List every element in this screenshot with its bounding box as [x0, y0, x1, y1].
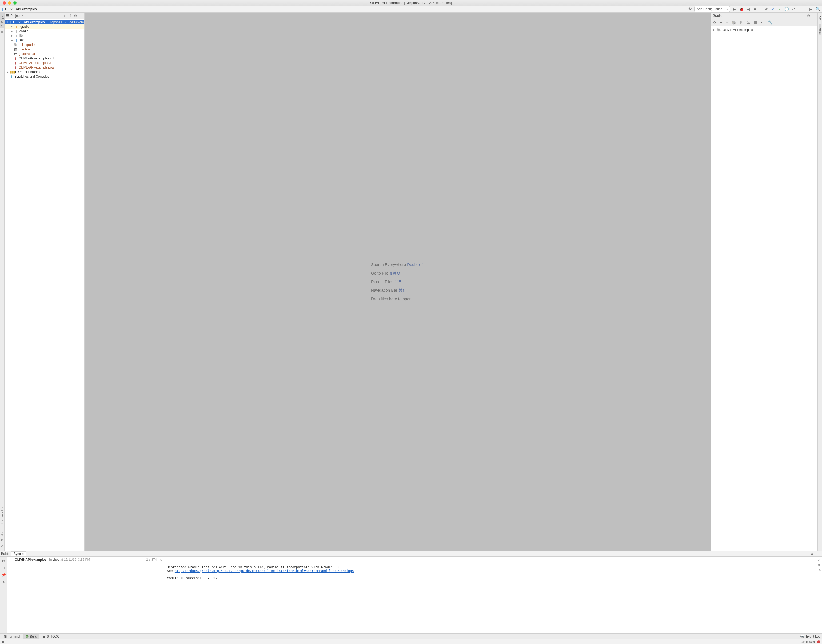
gear-icon[interactable]: ⚙ — [811, 552, 813, 556]
tool-window-event-log[interactable]: Event Log — [806, 635, 820, 638]
project-tree[interactable]: ▼ ▮ OLIVE-API-examples ~/repos/OLIVE-API… — [5, 19, 84, 550]
libraries-icon: ▮▮▮ — [10, 70, 14, 74]
scroll-to-end-icon[interactable]: ▤ — [818, 563, 821, 567]
tree-node-file[interactable]: ▤ gradlew — [5, 47, 84, 52]
build-console[interactable]: ↲ ▤ 🖶 Deprecated Gradle features were us… — [165, 557, 822, 633]
status-bar: ▣ Git: master ! — [0, 639, 822, 644]
build-label: Build: — [1, 552, 9, 556]
build-duration: 2 s 874 ms — [146, 558, 162, 561]
navigation-bar: ▮ OLIVE-API-examples ⚒ Add Configuration… — [0, 6, 822, 12]
build-task-list[interactable]: ✓ OLIVE-API-examples: finished at 12/11/… — [8, 557, 165, 633]
todo-icon: ☰ — [43, 635, 46, 638]
git-commit-icon[interactable]: ✓ — [777, 6, 782, 12]
build-tab-sync[interactable]: Sync× — [11, 551, 26, 556]
tree-node-folder[interactable]: ▶ ▮ lib — [5, 33, 84, 38]
right-tool-strip: Ant Gradle — [817, 12, 822, 550]
print-icon[interactable]: 🖶 — [818, 569, 821, 572]
gradle-panel-title: Gradle — [713, 14, 722, 18]
tool-window-ant[interactable]: Ant — [819, 14, 822, 21]
tree-node-file[interactable]: ▤ gradlew.bat — [5, 52, 84, 56]
tool-window-structure[interactable]: ⌬7: Structure — [0, 528, 4, 550]
gradle-file-icon: 🐘 — [14, 43, 17, 46]
task-list-icon[interactable]: ▤ — [754, 20, 758, 25]
project-view-icon: ☰ — [6, 14, 9, 18]
git-update-icon[interactable]: ↙ — [770, 6, 775, 12]
soft-wrap-icon[interactable]: ↲ — [818, 558, 821, 561]
breadcrumb[interactable]: ▮ OLIVE-API-examples — [2, 7, 37, 11]
pin-icon[interactable]: 📌 — [2, 573, 6, 577]
tool-window-project[interactable]: 1: Project — [0, 12, 4, 28]
rerun-icon[interactable]: ⟳ — [2, 559, 5, 563]
run-button[interactable]: ▶ — [732, 6, 737, 12]
eye-icon[interactable]: 👁 — [2, 580, 6, 584]
chevron-down-icon[interactable]: ▾ — [21, 14, 23, 17]
locate-icon[interactable]: ⊕ — [64, 14, 67, 18]
module-folder-icon: ▮ — [10, 20, 12, 24]
tree-node-file[interactable]: 🐘 build.gradle — [5, 42, 84, 47]
search-everywhere-icon[interactable]: 🔍 — [815, 6, 820, 12]
editor-empty-area[interactable]: Search Everywhere Double ⇧ Go to File ⇧⌘… — [84, 12, 711, 550]
coverage-button[interactable]: ▣ — [745, 6, 751, 12]
idea-file-icon: ▮ — [14, 57, 17, 60]
stop-button[interactable]: ■ — [752, 6, 758, 12]
tree-node-folder[interactable]: ▶ ▮ src — [5, 38, 84, 42]
offline-mode-icon[interactable]: ⇔ — [761, 20, 764, 25]
tree-node-file[interactable]: ▮ OLIVE-API-examples.iws — [5, 65, 84, 70]
folder-icon: ▮ — [14, 34, 18, 38]
event-log-icon: 💬 — [801, 635, 804, 638]
tree-node-folder[interactable]: ▶ ▮ .gradle — [5, 24, 84, 29]
tool-window-build[interactable]: ⚒ Build — [23, 633, 40, 639]
gradle-elephant-icon: 🐘 — [717, 28, 721, 32]
git-revert-icon[interactable]: ↶ — [791, 6, 796, 12]
gradle-toolbar: ⟳ + − 🐘 ⇱ ⇲ ▤ ⇔ 🔧 — [711, 19, 817, 26]
idea-file-icon: ▮ — [14, 66, 17, 69]
tree-node-scratches[interactable]: ▮ Scratches and Consoles — [5, 74, 84, 79]
build-side-gutter: ⟳ ⇵ 📌 👁 — [0, 557, 8, 633]
bottom-tool-bar: ▣ Terminal ⚒ Build ☰ 6: TODO 💬 Event Log — [0, 633, 822, 639]
tool-window-favorites[interactable]: ★2: Favorites — [0, 505, 4, 527]
wrench-icon[interactable]: 🔧 — [768, 20, 773, 25]
window-title: OLIVE-API-examples [~/repos/OLIVE-API-ex… — [0, 1, 822, 5]
gear-icon[interactable]: ⚙ — [74, 14, 77, 18]
file-icon: ▤ — [14, 48, 17, 51]
terminal-icon: ▣ — [4, 635, 7, 638]
run-configuration-dropdown[interactable]: Add Configuration... — [694, 6, 730, 12]
tool-window-terminal[interactable]: ▣ Terminal — [2, 633, 22, 639]
collapse-all-icon[interactable]: ⇵ — [69, 14, 72, 18]
tree-node-external-libs[interactable]: ▶ ▮▮▮ External Libraries — [5, 70, 84, 74]
hide-panel-icon[interactable]: — — [816, 552, 819, 556]
tree-node-file[interactable]: ▮ OLIVE-API-examples.iml — [5, 56, 84, 61]
file-icon: ▤ — [14, 52, 17, 56]
project-structure-icon[interactable]: ▤ — [801, 6, 807, 12]
tree-node-root[interactable]: ▼ ▮ OLIVE-API-examples ~/repos/OLIVE-API… — [5, 20, 84, 24]
error-indicator-icon[interactable]: ! — [817, 640, 820, 644]
add-icon[interactable]: + — [720, 20, 722, 25]
git-branch-indicator[interactable]: Git: master — [801, 640, 815, 644]
close-tab-icon[interactable]: × — [21, 552, 24, 555]
tree-node-file[interactable]: ▮ OLIVE-API-examples.ipr — [5, 61, 84, 65]
tool-window-commander[interactable]: ▤ — [0, 29, 4, 36]
expand-all-icon[interactable]: ⇱ — [740, 20, 743, 25]
gear-icon[interactable]: ⚙ — [807, 14, 810, 18]
build-icon[interactable]: ⚒ — [687, 6, 693, 12]
tree-node-folder[interactable]: ▶ ▮ gradle — [5, 29, 84, 33]
tool-window-todo[interactable]: ☰ 6: TODO — [41, 633, 62, 639]
project-view-title[interactable]: Project — [11, 14, 20, 18]
gradle-elephant-icon[interactable]: 🐘 — [732, 20, 736, 25]
hide-panel-icon[interactable]: — — [79, 14, 83, 18]
gradle-root-node[interactable]: ▶ 🐘 OLIVE-API-examples — [713, 28, 816, 32]
gradle-tree[interactable]: ▶ 🐘 OLIVE-API-examples — [711, 26, 817, 550]
hide-panel-icon[interactable]: — — [813, 14, 816, 18]
collapse-all-icon[interactable]: ⇲ — [747, 20, 750, 25]
ide-settings-icon[interactable]: ▣ — [808, 6, 813, 12]
project-folder-icon: ▮ — [2, 7, 3, 11]
debug-button[interactable]: 🐞 — [739, 6, 744, 12]
git-history-icon[interactable]: 🕘 — [784, 6, 789, 12]
scratches-icon: ▮ — [9, 75, 13, 78]
gradle-docs-link[interactable]: https://docs.gradle.org/4.8.1/userguide/… — [175, 569, 354, 573]
gradle-tool-window: Gradle ⚙ — ⟳ + − 🐘 ⇱ ⇲ ▤ ⇔ 🔧 ▶ 🐘 OLIVE-A… — [711, 12, 817, 550]
filter-icon[interactable]: ⇵ — [2, 566, 5, 570]
tool-windows-toggle-icon[interactable]: ▣ — [2, 640, 4, 643]
refresh-icon[interactable]: ⟳ — [713, 20, 716, 25]
tool-window-gradle[interactable]: Gradle — [819, 24, 822, 35]
